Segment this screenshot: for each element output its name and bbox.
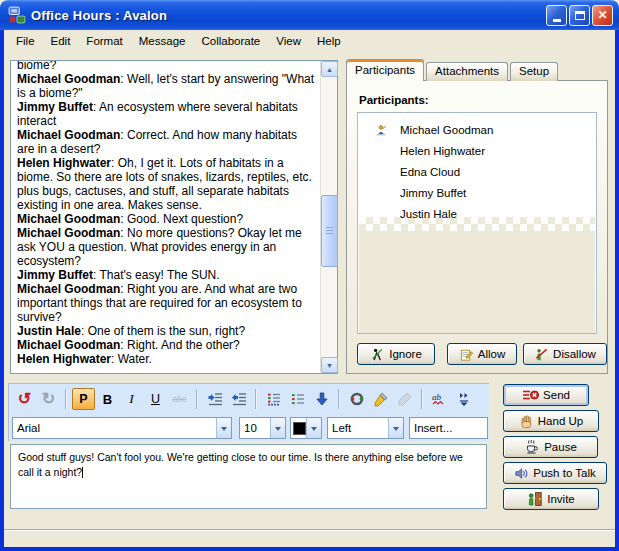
font-family-select[interactable]: Arial — [12, 417, 232, 439]
highlighter-icon — [373, 391, 389, 407]
transcript[interactable]: biome?Michael Goodman: Well, let's start… — [11, 61, 320, 373]
transcript-message: Jimmy Buffet: That's easy! The SUN. — [17, 268, 316, 282]
pen-button[interactable] — [393, 388, 416, 410]
svg-text:ab: ab — [432, 392, 442, 402]
ignore-button[interactable]: Ignore — [357, 343, 435, 365]
push-to-talk-button[interactable]: Push to Talk — [503, 462, 607, 484]
menu-file[interactable]: File — [8, 32, 43, 50]
presenter-icon — [374, 123, 388, 137]
insert-down-icon — [314, 391, 330, 407]
participant-row[interactable]: Justin Hale — [358, 204, 596, 225]
speaker-name: Helen Highwater — [17, 352, 111, 366]
spellcheck-button[interactable]: ab — [428, 388, 451, 410]
transcript-message: Michael Goodman: Right. And the other? — [17, 338, 316, 352]
scroll-down-button[interactable]: ▼ — [321, 357, 338, 373]
ignore-icon — [370, 347, 385, 362]
chevron-up-icon: ▲ — [326, 66, 333, 73]
participant-row[interactable]: Helen Highwater — [358, 141, 596, 162]
tab-setup[interactable]: Setup — [510, 62, 558, 81]
push-to-talk-icon — [514, 466, 529, 481]
pause-icon — [524, 439, 540, 455]
participant-row[interactable]: Edna Cloud — [358, 162, 596, 183]
menu-message[interactable]: Message — [131, 32, 194, 50]
undo-button[interactable]: ↺ — [13, 388, 36, 410]
menu-view[interactable]: View — [268, 32, 309, 50]
toolbar-separator — [65, 389, 67, 409]
title-bar[interactable]: Office Hours : Avalon ✕ — [0, 0, 619, 30]
bold-button[interactable]: B — [96, 388, 119, 410]
strikethrough-icon: abc — [172, 395, 187, 404]
tab-attachments[interactable]: Attachments — [426, 62, 508, 81]
minimize-button[interactable] — [546, 5, 567, 26]
indent-decrease-icon — [231, 391, 247, 407]
menu-bar: FileEditFormatMessageCollaborateViewHelp — [4, 30, 615, 52]
toolbar-separator — [338, 389, 340, 409]
menu-format[interactable]: Format — [78, 32, 130, 50]
compose-panel: ↺↻PBIUabcab Arial 10 Left Insert... — [8, 383, 489, 441]
insert-select[interactable]: Insert... — [409, 417, 488, 439]
paragraph-button[interactable]: P — [72, 388, 95, 410]
close-button[interactable]: ✕ — [592, 5, 613, 26]
allow-icon — [459, 347, 474, 362]
transcript-message: Michael Goodman: No more questions? Okay… — [17, 226, 316, 268]
message-input[interactable]: Good stuff guys! Can't fool you. We're g… — [10, 444, 487, 509]
window-controls: ✕ — [546, 5, 613, 26]
disallow-button[interactable]: Disallow — [523, 343, 607, 365]
speaker-name: Michael Goodman — [17, 282, 120, 296]
strikethrough-button[interactable]: abc — [168, 388, 191, 410]
allow-button[interactable]: Allow — [447, 343, 517, 365]
italic-button[interactable]: I — [120, 388, 143, 410]
menu-collaborate[interactable]: Collaborate — [193, 32, 268, 50]
underline-button[interactable]: U — [144, 388, 167, 410]
list-rule-button[interactable] — [262, 388, 285, 410]
menu-edit[interactable]: Edit — [43, 32, 79, 50]
transcript-message: Michael Goodman: Good. Next question? — [17, 212, 316, 226]
list-rule-icon — [266, 391, 282, 407]
app-icon — [8, 6, 26, 24]
invite-button[interactable]: Invite — [503, 488, 599, 510]
highlighter-button[interactable] — [369, 388, 392, 410]
more-tools-button[interactable] — [452, 388, 475, 410]
speaker-name: Michael Goodman — [17, 128, 120, 142]
maximize-button[interactable] — [569, 5, 590, 26]
send-button[interactable]: Send — [503, 384, 589, 406]
indent-increase-button[interactable] — [203, 388, 226, 410]
window-title: Office Hours : Avalon — [31, 8, 167, 23]
indent-decrease-button[interactable] — [227, 388, 250, 410]
transcript-message: Helen Highwater: Oh, I get it. Lots of h… — [17, 156, 316, 212]
chevron-down-icon — [306, 418, 321, 438]
hand-up-button[interactable]: Hand Up — [503, 410, 599, 432]
redo-button[interactable]: ↻ — [37, 388, 60, 410]
participant-name: Michael Goodman — [400, 124, 493, 136]
list-button[interactable] — [286, 388, 309, 410]
window-border-right — [615, 28, 619, 551]
font-color-select[interactable] — [290, 417, 322, 439]
record-button[interactable] — [345, 388, 368, 410]
chevron-down-icon: ▼ — [326, 362, 333, 369]
participant-row[interactable]: Jimmy Buffet — [358, 183, 596, 204]
transcript-scrollbar[interactable]: ▲ ▼ — [320, 61, 337, 373]
scroll-up-button[interactable]: ▲ — [321, 61, 338, 77]
chevron-down-icon — [388, 418, 403, 438]
insert-down-button[interactable] — [310, 388, 333, 410]
tab-participants[interactable]: Participants — [346, 59, 424, 81]
speaker-name: Helen Highwater — [17, 156, 111, 170]
record-icon — [349, 391, 365, 407]
participants-list[interactable]: Michael GoodmanHelen HighwaterEdna Cloud… — [357, 112, 597, 334]
chevron-down-icon — [216, 418, 231, 438]
font-size-select[interactable]: 10 — [239, 417, 286, 439]
speaker-name: Justin Hale — [17, 324, 81, 338]
participant-name: Edna Cloud — [400, 166, 460, 178]
list-icon — [290, 391, 306, 407]
align-select[interactable]: Left — [327, 417, 404, 439]
transcript-message: Michael Goodman: Right you are. And what… — [17, 282, 316, 324]
participant-row[interactable]: Michael Goodman — [358, 120, 596, 141]
maximize-icon — [575, 11, 585, 20]
pause-button[interactable]: Pause — [503, 436, 598, 458]
close-icon: ✕ — [597, 9, 607, 21]
redo-icon: ↻ — [42, 391, 55, 407]
menu-help[interactable]: Help — [309, 32, 349, 50]
speaker-name: Jimmy Buffet — [17, 268, 93, 282]
format-toolbar: ↺↻PBIUabcab — [9, 384, 489, 414]
scroll-thumb[interactable] — [321, 195, 338, 267]
